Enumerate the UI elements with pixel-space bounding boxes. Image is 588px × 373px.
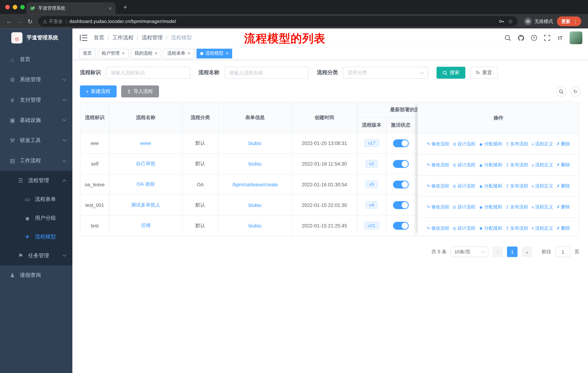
action-design-process[interactable]: ◎设计流程 — [452, 141, 475, 147]
reset-button[interactable]: ↻ 重置 — [470, 67, 498, 79]
address-bar[interactable]: ⚠ 不安全 | dashboard.yudao.iocoder.cn/bpm/m… — [38, 16, 517, 27]
action-assign-rule[interactable]: ☻分配规则 — [479, 204, 502, 210]
tag-流程表单[interactable]: 流程表单× — [164, 49, 194, 58]
tag-close-icon[interactable]: × — [226, 51, 229, 56]
prev-page-button[interactable]: ‹ — [492, 247, 503, 257]
action-edit-process[interactable]: ✎修改流程 — [427, 204, 449, 210]
action-delete[interactable]: ✗删除 — [556, 141, 570, 147]
action-edit-process[interactable]: ✎修改流程 — [427, 183, 449, 189]
sidebar-item-task-management[interactable]: ⚑任务管理 — [0, 246, 72, 265]
tab-close-icon[interactable]: × — [109, 5, 112, 11]
process-category-select[interactable]: 流程分类 — [343, 67, 428, 79]
form-info-link[interactable]: biubiu — [248, 140, 261, 146]
process-name-link[interactable]: 自己审批 — [136, 161, 156, 166]
sidebar-item-home[interactable]: ⌂首页 — [0, 50, 72, 70]
action-delete[interactable]: ✗删除 — [556, 204, 570, 210]
breadcrumb-item[interactable]: 流程管理 — [142, 34, 163, 41]
new-tab-button[interactable]: + — [121, 3, 130, 12]
process-name-link[interactable]: eeee — [140, 140, 151, 146]
action-delete[interactable]: ✗删除 — [556, 162, 570, 168]
breadcrumb-item[interactable]: 工作流程 — [113, 34, 133, 41]
reload-icon[interactable]: ↻ — [25, 16, 35, 27]
active-toggle[interactable] — [393, 139, 409, 147]
form-info-link[interactable]: biubiu — [248, 202, 261, 208]
sidebar-item-dev-tools[interactable]: ⚒研发工具 — [0, 131, 72, 151]
process-name-link[interactable]: 测试多审批人 — [131, 202, 160, 208]
action-process-definition[interactable]: ≡流程定义 — [532, 162, 553, 168]
action-process-definition[interactable]: ≡流程定义 — [532, 183, 553, 189]
action-edit-process[interactable]: ✎修改流程 — [427, 225, 449, 231]
action-publish-process[interactable]: ↥发布流程 — [506, 183, 528, 189]
tag-close-icon[interactable]: × — [122, 51, 125, 56]
bookmark-star-icon[interactable]: ☆ — [508, 18, 513, 25]
goto-page-input[interactable] — [555, 247, 570, 257]
action-process-definition[interactable]: ≡流程定义 — [532, 225, 553, 231]
active-toggle[interactable] — [393, 222, 409, 230]
action-design-process[interactable]: ◎设计流程 — [452, 183, 475, 189]
form-info-link[interactable]: biubiu — [248, 223, 261, 228]
action-design-process[interactable]: ◎设计流程 — [452, 225, 475, 231]
form-info-link[interactable]: biubiu — [248, 161, 261, 167]
update-button[interactable]: 更新 ⋮ — [557, 17, 581, 26]
minimize-window-button[interactable] — [13, 5, 17, 10]
action-publish-process[interactable]: ↥发布流程 — [506, 204, 528, 210]
avatar[interactable] — [570, 31, 582, 44]
close-window-button[interactable] — [5, 5, 10, 10]
fullscreen-icon[interactable] — [543, 34, 551, 41]
help-icon[interactable]: ? — [530, 34, 538, 41]
import-process-button[interactable]: ↥ 导入流程 — [121, 85, 159, 97]
refresh-table-icon[interactable]: ↻ — [570, 86, 580, 97]
password-key-icon[interactable] — [498, 18, 504, 24]
font-size-icon[interactable]: tT — [556, 34, 564, 41]
sidebar-item-process-form[interactable]: ▭流程表单 — [0, 190, 72, 209]
action-edit-process[interactable]: ✎修改流程 — [427, 162, 449, 168]
active-toggle[interactable] — [393, 160, 409, 168]
action-publish-process[interactable]: ↥发布流程 — [506, 162, 528, 168]
action-assign-rule[interactable]: ☻分配规则 — [479, 225, 502, 231]
back-icon[interactable]: ← — [4, 16, 14, 27]
action-delete[interactable]: ✗删除 — [556, 183, 570, 189]
process-key-input[interactable] — [106, 67, 190, 79]
tag-我的流程[interactable]: 我的流程× — [131, 49, 161, 58]
active-toggle[interactable] — [393, 181, 409, 188]
tag-close-icon[interactable]: × — [188, 51, 190, 56]
security-chip[interactable]: ⚠ 不安全 — [43, 18, 63, 25]
tag-租户管理[interactable]: 租户管理× — [98, 49, 128, 58]
page-button-1[interactable]: 1 — [507, 247, 518, 257]
action-assign-rule[interactable]: ☻分配规则 — [479, 141, 502, 147]
sidebar-item-leave-query[interactable]: ♟请假查询 — [0, 265, 72, 286]
tag-流程模型[interactable]: 流程模型× — [197, 49, 232, 58]
breadcrumb-item[interactable]: 首页 — [94, 34, 104, 41]
create-process-button[interactable]: + 新建流程 — [80, 85, 116, 97]
browser-tab[interactable]: 芋道管理系统 × — [26, 2, 116, 14]
search-button[interactable]: 搜索 — [437, 67, 465, 79]
action-publish-process[interactable]: ↥发布流程 — [506, 225, 528, 231]
form-info-link[interactable]: /bpm/oa/leave/create — [232, 181, 278, 187]
zoom-window-button[interactable] — [20, 5, 25, 10]
forward-icon[interactable]: → — [14, 16, 25, 27]
sidebar-item-system-management[interactable]: ⚙系统管理 — [0, 70, 72, 90]
action-delete[interactable]: ✗删除 — [556, 225, 570, 231]
sidebar-item-process-model[interactable]: ✈流程模型 — [0, 227, 72, 246]
action-process-definition[interactable]: ≡流程定义 — [532, 204, 553, 210]
active-toggle[interactable] — [393, 201, 409, 209]
action-publish-process[interactable]: ↥发布流程 — [506, 141, 528, 147]
tag-close-icon[interactable]: × — [155, 51, 158, 56]
sidebar-item-workflow[interactable]: ▤工作流程 — [0, 151, 72, 171]
action-design-process[interactable]: ◎设计流程 — [452, 204, 475, 210]
next-page-button[interactable]: › — [522, 247, 532, 257]
show-search-icon[interactable] — [556, 86, 566, 97]
github-icon[interactable] — [517, 34, 525, 41]
action-edit-process[interactable]: ✎修改流程 — [427, 141, 449, 147]
process-name-link[interactable]: OA 请假 — [137, 181, 155, 187]
process-name-link[interactable]: 滔博 — [141, 222, 151, 228]
tag-首页[interactable]: 首页 — [79, 49, 96, 58]
browser-menu-icon[interactable]: ⋮ — [573, 19, 578, 24]
sidebar-item-user-group[interactable]: ☻用户分组 — [0, 209, 72, 227]
action-process-definition[interactable]: ≡流程定义 — [532, 141, 553, 147]
action-design-process[interactable]: ◎设计流程 — [452, 162, 475, 168]
page-size-select[interactable]: 10条/页 — [451, 247, 488, 257]
sidebar-item-process-management[interactable]: ☰流程管理 — [0, 171, 72, 190]
action-assign-rule[interactable]: ☻分配规则 — [479, 162, 502, 168]
process-name-input[interactable] — [224, 67, 309, 79]
